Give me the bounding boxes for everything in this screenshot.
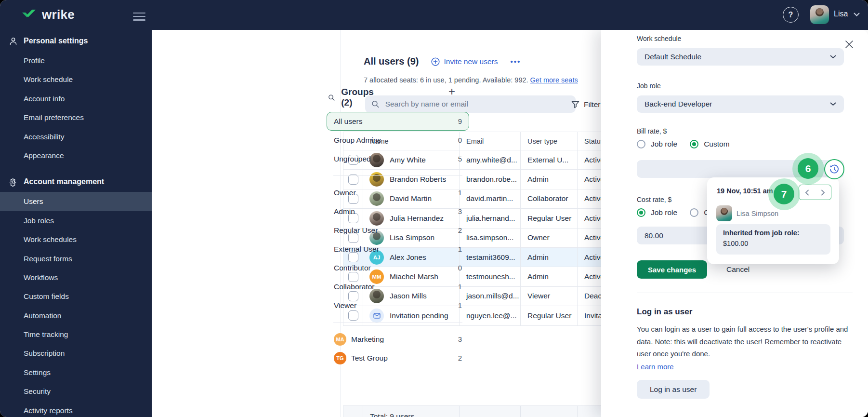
- group-item-contributor[interactable]: Contributor0: [327, 258, 469, 277]
- invite-new-users-button[interactable]: Invite new users: [431, 57, 498, 66]
- sidebar-item-work-schedules[interactable]: Work schedules: [0, 230, 152, 249]
- group-item-admin[interactable]: Admin3: [327, 202, 469, 221]
- add-group-button[interactable]: +: [448, 85, 455, 98]
- user-type-cell: Admin: [521, 170, 578, 188]
- user-type-cell: Collaborator: [521, 189, 578, 208]
- learn-more-link[interactable]: Learn more: [637, 361, 853, 373]
- filter-button[interactable]: Filter: [571, 100, 600, 109]
- group-count: 3: [458, 207, 462, 215]
- menu-icon[interactable]: [133, 10, 145, 23]
- job-role-label: Job role: [637, 82, 844, 90]
- rate-history-icon[interactable]: [824, 159, 844, 179]
- close-icon[interactable]: [844, 40, 854, 49]
- bill-rate-radio-job-role[interactable]: Job role: [637, 140, 677, 148]
- sidebar-item-security[interactable]: Security: [0, 382, 152, 401]
- chevron-down-icon[interactable]: [854, 13, 860, 17]
- page-title: All users (9): [364, 56, 419, 67]
- group-item-all-users[interactable]: All users9: [327, 112, 469, 131]
- sidebar-item-automation[interactable]: Automation: [0, 306, 152, 325]
- sidebar-item-accessibility[interactable]: Accessibility: [0, 127, 152, 146]
- group-item-viewer[interactable]: Viewer1: [327, 296, 469, 315]
- sidebar-section-personal-settings[interactable]: Personal settings: [0, 31, 152, 51]
- log-in-as-user-button[interactable]: Log in as user: [637, 380, 710, 399]
- gear-icon: [8, 177, 18, 187]
- group-item-test-group[interactable]: TGTest Group2: [327, 349, 469, 367]
- wrike-app-window: wrike ? Lisa Personal settingsProfileWor…: [0, 0, 868, 417]
- next-record-button[interactable]: [815, 185, 831, 200]
- sidebar-item-request-forms[interactable]: Request forms: [0, 249, 152, 268]
- sidebar-item-appearance[interactable]: Appearance: [0, 146, 152, 165]
- group-list-divider: [333, 175, 462, 176]
- filter-icon: [571, 101, 579, 108]
- cost-rate-radio-job-role[interactable]: Job role: [637, 208, 677, 217]
- group-count: 9: [458, 117, 462, 125]
- column-header-user-type[interactable]: User type: [521, 132, 578, 150]
- sidebar-item-subscription[interactable]: Subscription: [0, 344, 152, 363]
- login-as-user-title: Log in as user: [637, 307, 692, 317]
- sidebar-item-email-preferences[interactable]: Email preferences: [0, 108, 152, 127]
- group-item-regular-user[interactable]: Regular User2: [327, 221, 469, 240]
- sidebar-item-custom-fields[interactable]: Custom fields: [0, 287, 152, 306]
- history-nav: [799, 185, 831, 200]
- sidebar-item-settings[interactable]: Settings: [0, 363, 152, 382]
- search-input[interactable]: [384, 99, 569, 109]
- sidebar-section-account-management[interactable]: Account management: [0, 172, 152, 192]
- sidebar-item-profile[interactable]: Profile: [0, 51, 152, 70]
- settings-sidebar: Personal settingsProfileWork scheduleAcc…: [0, 30, 152, 417]
- job-role-select[interactable]: Back-end Developer: [637, 95, 844, 113]
- bill-rate-radio-group: Job roleCustom: [637, 140, 844, 148]
- user-type-cell: Admin: [521, 267, 578, 286]
- sidebar-item-job-roles[interactable]: Job roles: [0, 211, 152, 230]
- save-changes-button[interactable]: Save changes: [637, 260, 707, 279]
- group-count: 2: [458, 354, 462, 362]
- inherited-rate-value: $100.00: [723, 240, 824, 247]
- group-item-ungrouped[interactable]: Ungrouped5: [327, 149, 469, 168]
- search-box: [365, 95, 576, 113]
- bill-rate-label: Bill rate, $: [637, 127, 844, 135]
- group-list-divider: [333, 322, 462, 323]
- history-user-name: Lisa Simpson: [736, 210, 778, 217]
- group-count: 5: [458, 155, 462, 163]
- group-item-group-admins[interactable]: Group Admins0: [327, 131, 469, 149]
- group-avatar: TG: [334, 352, 346, 364]
- chevron-right-icon: [821, 189, 825, 196]
- sidebar-item-account-info[interactable]: Account info: [0, 89, 152, 108]
- sidebar-item-time-tracking[interactable]: Time tracking: [0, 325, 152, 344]
- section-divider: [637, 293, 853, 293]
- group-item-external-user[interactable]: External User1: [327, 240, 469, 258]
- wrike-logo[interactable]: wrike: [21, 7, 75, 22]
- get-more-seats-link[interactable]: Get more seats: [530, 76, 578, 84]
- user-name[interactable]: Lisa: [834, 10, 848, 18]
- search-icon[interactable]: [328, 93, 335, 102]
- groups-title: Groups (2): [341, 87, 376, 108]
- group-count: 1: [458, 245, 462, 253]
- user-type-cell: Viewer: [521, 287, 578, 306]
- work-schedule-select[interactable]: Default Schedule: [637, 48, 844, 66]
- work-schedule-label: Work schedule: [637, 35, 844, 42]
- chevron-left-icon: [805, 189, 809, 196]
- groups-list: All users9Group Admins0Ungrouped5Owner1A…: [327, 112, 469, 367]
- group-count: 2: [458, 226, 462, 234]
- invite-label: Invite new users: [444, 57, 498, 66]
- group-count: 0: [458, 136, 462, 144]
- seats-summary: 7 allocated seats: 6 in use, 1 pending. …: [364, 76, 578, 84]
- group-count: 1: [458, 188, 462, 197]
- inherited-rate-label: Inherited from job role:: [723, 229, 824, 237]
- chevron-down-icon: [830, 55, 836, 59]
- group-count: 0: [458, 264, 462, 272]
- sidebar-item-workflows[interactable]: Workflows: [0, 268, 152, 287]
- help-icon[interactable]: ?: [783, 7, 799, 23]
- group-item-collaborator[interactable]: Collaborator1: [327, 277, 469, 296]
- prev-record-button[interactable]: [799, 185, 815, 200]
- group-item-owner[interactable]: Owner1: [327, 183, 469, 202]
- sidebar-item-work-schedule[interactable]: Work schedule: [0, 70, 152, 89]
- user-avatar[interactable]: [810, 5, 829, 24]
- more-actions-button[interactable]: •••: [510, 57, 521, 66]
- wrike-logo-icon: [21, 8, 38, 22]
- group-item-marketing[interactable]: MAMarketing3: [327, 330, 469, 349]
- person-icon: [8, 37, 18, 46]
- sidebar-item-users[interactable]: Users: [0, 192, 152, 211]
- sidebar-item-activity-reports[interactable]: Activity reports: [0, 401, 152, 417]
- plus-circle-icon: [431, 57, 440, 66]
- bill-rate-radio-custom[interactable]: Custom: [690, 140, 729, 148]
